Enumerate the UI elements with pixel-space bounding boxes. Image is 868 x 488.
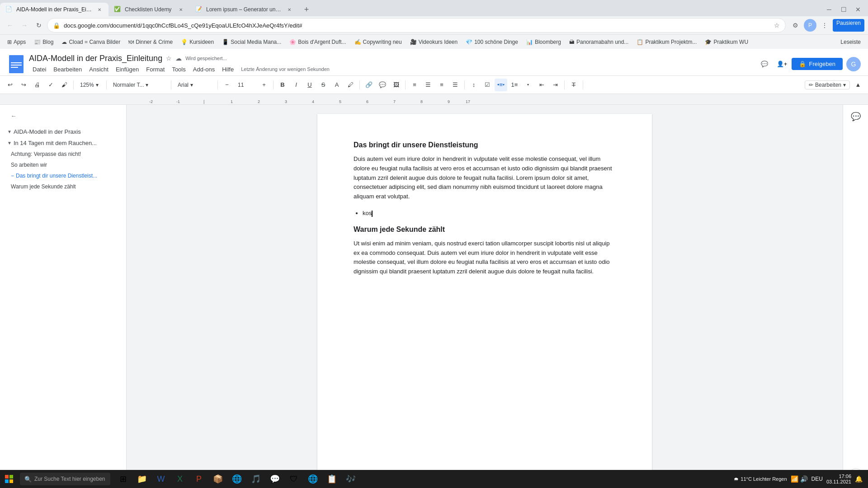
maximize-button[interactable]: ☐ (837, 3, 850, 16)
zoom-dropdown[interactable]: 125% ▾ (76, 79, 104, 91)
bookmark-100dinge[interactable]: 💎 100 schöne Dinge (462, 37, 522, 47)
increase-indent-button[interactable]: ⇥ (549, 79, 561, 91)
volume-icon[interactable]: 🔊 (800, 475, 808, 483)
pausieren-button[interactable]: Pausieren (833, 19, 864, 32)
bookmark-apps[interactable]: ⊞ Apps (4, 37, 29, 47)
doc-area[interactable]: Das bringt dir unsere Dienstleistung Dui… (127, 105, 843, 488)
reload-button[interactable]: ↻ (33, 19, 45, 32)
star-icon[interactable]: ☆ (166, 55, 172, 62)
menu-format[interactable]: Format (142, 64, 168, 75)
menu-datei[interactable]: Datei (29, 64, 50, 75)
app10-button[interactable]: 🌐 (304, 470, 322, 488)
bookmark-panorama[interactable]: 🏔 Panoramabahn und... (566, 37, 632, 47)
menu-tools[interactable]: Tools (168, 64, 189, 75)
bookmark-star-icon[interactable]: ☆ (774, 22, 780, 29)
tab-3[interactable]: 📝 Lorem ipsum – Generator und In... ✕ (190, 3, 298, 16)
app5-button[interactable]: 📦 (209, 470, 227, 488)
font-dropdown[interactable]: Arial ▾ (174, 79, 215, 91)
more-options-button[interactable]: ⋮ (818, 19, 831, 32)
app9-button[interactable]: 🛡 (285, 470, 303, 488)
extensions-button[interactable]: ⚙ (789, 19, 802, 32)
align-left-button[interactable]: ≡ (408, 79, 421, 91)
paint-format-button[interactable]: 🖌 (58, 79, 71, 91)
bold-button[interactable]: B (276, 79, 289, 91)
tab-2[interactable]: ✅ Checklisten Udemy ✕ (108, 3, 190, 16)
notifications-button[interactable]: 🔔 (855, 475, 863, 483)
taskbar-search[interactable]: 🔍 Zur Suche Text hier eingeben (20, 473, 110, 485)
bookmark-kursideen[interactable]: 💡 Kursideen (177, 37, 217, 47)
italic-button[interactable]: I (290, 79, 302, 91)
app11-button[interactable]: 📋 (323, 470, 341, 488)
tab-1-close[interactable]: ✕ (96, 6, 103, 13)
align-center-button[interactable]: ☰ (422, 79, 434, 91)
user-avatar[interactable]: G (846, 57, 861, 71)
taskbar-lang[interactable]: DEU (811, 476, 823, 482)
network-icon[interactable]: 📶 (791, 475, 798, 483)
right-panel-comments-button[interactable]: 💬 (848, 108, 864, 125)
sidebar-back-button[interactable]: ← (7, 109, 20, 122)
image-button[interactable]: 🖼 (390, 79, 402, 91)
bookmark-bois[interactable]: 🌸 Bois d'Argent Duft... (286, 37, 349, 47)
taskbar-clock[interactable]: 17:06 03.11.2021 (826, 474, 851, 484)
chrome-button[interactable]: 🌐 (228, 470, 246, 488)
explorer-button[interactable]: 📁 (133, 470, 151, 488)
bookmark-canva[interactable]: ☁ Cload = Canva Bilder (58, 37, 124, 47)
spotify-button[interactable]: 🎶 (342, 470, 360, 488)
bullet-item-1[interactable]: kos (363, 209, 616, 218)
back-button[interactable]: ← (4, 19, 16, 32)
highlight-button[interactable]: 🖊 (344, 79, 357, 91)
add-collaborator-button[interactable]: 👤+ (775, 58, 788, 70)
minimize-button[interactable]: ─ (823, 3, 835, 16)
print-button[interactable]: 🖨 (31, 79, 43, 91)
font-decrease-button[interactable]: − (221, 79, 233, 91)
collapse-toolbar-button[interactable]: ▲ (852, 79, 864, 91)
underline-button[interactable]: U (303, 79, 316, 91)
bookmark-copywriting[interactable]: ✍ Copywriting neu (351, 37, 406, 47)
tab-3-close[interactable]: ✕ (286, 6, 293, 13)
menu-einfuegen[interactable]: Einfügen (112, 64, 142, 75)
sidebar-item-so-arbeiten[interactable]: So arbeiten wir (4, 160, 123, 170)
taskbar-weather[interactable]: 🌧 11°C Leichter Regen (734, 476, 787, 482)
spellcheck-button[interactable]: ✓ (44, 79, 57, 91)
sidebar-item-rauchen[interactable]: ▼ In 14 Tagen mit dem Rauchen... (4, 138, 123, 148)
profile-button[interactable]: P (804, 19, 816, 32)
sidebar-item-dienstleistung[interactable]: − Das bringt dir unsere Dienstleist... (4, 171, 123, 181)
tab-2-close[interactable]: ✕ (177, 6, 184, 13)
word-button[interactable]: W (152, 470, 170, 488)
new-tab-button[interactable]: + (300, 3, 313, 16)
powerpoint-button[interactable]: P (190, 470, 208, 488)
link-button[interactable]: 🔗 (363, 79, 375, 91)
excel-button[interactable]: X (171, 470, 189, 488)
bookmark-praktikum[interactable]: 📋 Praktikum Projektm... (633, 37, 700, 47)
checklist-button[interactable]: ☑ (481, 79, 494, 91)
close-window-button[interactable]: ✕ (852, 3, 864, 16)
style-dropdown[interactable]: Normaler T... ▾ (109, 79, 168, 91)
bullet-list-button[interactable]: •≡ ▾ (495, 79, 507, 91)
bookmark-wu[interactable]: 🎓 Praktikum WU (701, 37, 752, 47)
share-button[interactable]: 🔒 Freigeben (792, 58, 843, 70)
redo-button[interactable]: ↪ (17, 79, 30, 91)
sidebar-item-aida[interactable]: ▼ AIDA-Modell in der Praxis (4, 127, 123, 137)
taskview-button[interactable]: ⊞ (114, 470, 132, 488)
bookmark-leseiste[interactable]: Leseiste (837, 37, 864, 47)
bookmark-blog[interactable]: 📰 Blog (30, 37, 57, 47)
comments-button[interactable]: 💬 (757, 57, 772, 71)
edit-mode-dropdown[interactable]: ✏ Bearbeiten ▾ (805, 80, 850, 89)
sidebar-item-achtung[interactable]: Achtung: Verpasse das nicht! (4, 149, 123, 159)
app8-button[interactable]: 💬 (266, 470, 284, 488)
forward-button[interactable]: → (18, 19, 31, 32)
numbered-list-chevron[interactable]: ▾ (522, 79, 534, 91)
menu-addons[interactable]: Add-ons (189, 64, 218, 75)
bookmark-dinner[interactable]: 🍽 Dinner & Crime (125, 37, 176, 47)
tab-1[interactable]: 📄 AIDA-Modell in der Praxis_Einlei... ✕ (0, 3, 108, 16)
app7-button[interactable]: 🎵 (247, 470, 265, 488)
section-1-paragraph-1[interactable]: Duis autem vel eum iriure dolor in hendr… (354, 155, 616, 202)
url-bar[interactable]: 🔒 docs.google.com/document/d/1qqc0hCcfBL… (47, 18, 786, 33)
clear-formatting-button[interactable]: T̶ (567, 79, 580, 91)
start-button[interactable] (0, 470, 18, 488)
text-color-button[interactable]: A (330, 79, 343, 91)
strikethrough-button[interactable]: S (317, 79, 330, 91)
comment-button[interactable]: 💬 (376, 79, 389, 91)
menu-bearbeiten[interactable]: Bearbeiten (50, 64, 85, 75)
numbered-list-button[interactable]: 1≡ (508, 79, 521, 91)
